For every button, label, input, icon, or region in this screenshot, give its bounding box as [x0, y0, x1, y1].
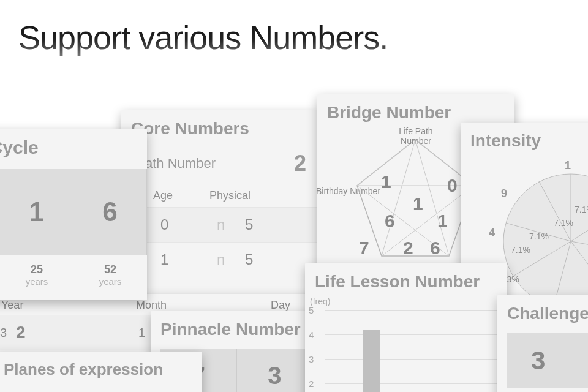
cell-n: n [217, 216, 245, 233]
pinnacle-cell: 3 [236, 349, 313, 392]
col-physical: Physical [209, 189, 251, 202]
cycle-year: 52 years [74, 263, 147, 287]
intensity-pct: 7.1% [554, 218, 573, 228]
bridge-label-left: Birthday Number [316, 186, 380, 196]
intensity-pct: 7.1% [575, 205, 588, 214]
freq-label: (freq) [305, 296, 507, 306]
intensity-pct: 7.1% [529, 232, 549, 241]
cycle-title: d Cycle [0, 129, 147, 163]
bridge-label-top: Life Path Number [394, 126, 437, 146]
challenge-cell: 3 [507, 333, 570, 388]
challenge-cell: 5 [570, 333, 589, 388]
table-row: 0 n 5 [121, 207, 317, 242]
cycle-card: d Cycle 1 6 25 years 52 years [0, 129, 147, 300]
bridge-center-digit: 1 [413, 194, 423, 214]
y-tick: 4 [309, 330, 314, 340]
y-tick: 3 [309, 354, 314, 364]
bridge-digit: 6 [385, 211, 395, 232]
cell-phys: 5 [245, 251, 253, 268]
core-numbers-card: Core Numbers e Path Number 2 Age Physica… [121, 110, 317, 306]
cell-n: n [217, 251, 245, 268]
label-day: Day [271, 299, 290, 312]
bridge-digit: 6 [430, 238, 440, 258]
bridge-digit: 1 [437, 211, 448, 232]
challenge-title: Challenge [497, 295, 588, 328]
bridge-digit: 0 [447, 175, 458, 196]
planes-card: Planes of expression [0, 352, 202, 392]
cycle-cell: 1 [0, 169, 74, 255]
bar-chart: 5 4 3 2 [325, 307, 501, 392]
intensity-pct: 7.1% [511, 245, 530, 255]
life-path-value: 2 [294, 151, 306, 176]
y-tick: 2 [309, 379, 314, 389]
ymd-val-bold: 2 [16, 323, 138, 342]
bar [363, 330, 380, 392]
year-num: 52 [74, 263, 147, 276]
planes-title: Planes of expression [0, 352, 202, 384]
col-age: Age [153, 189, 173, 202]
cycle-year: 25 years [0, 263, 74, 287]
lesson-title: Life Lesson Number [305, 263, 507, 296]
y-tick: 5 [309, 305, 314, 315]
year-label: years [0, 276, 74, 287]
bridge-digit: 2 [403, 238, 413, 258]
page-title: Support various Numbers. [18, 18, 388, 56]
year-num: 25 [0, 263, 74, 276]
cycle-cell: 6 [74, 169, 147, 255]
life-lesson-card: Life Lesson Number (freq) 5 4 3 2 [305, 263, 507, 392]
core-title: Core Numbers [121, 110, 317, 143]
ymd-val-small: 3 [0, 326, 16, 340]
intensity-digit: 1 [565, 159, 571, 172]
label-month: Month [136, 299, 271, 312]
pinnacle-title: Pinnacle Number [151, 311, 322, 344]
cell-phys: 5 [245, 216, 253, 233]
ymd-val: 1 [138, 326, 145, 340]
cell-age: 1 [160, 251, 217, 268]
label-year: Year [1, 299, 136, 312]
bridge-digit: 1 [381, 172, 391, 192]
intensity-digit: 9 [501, 187, 507, 200]
svg-line-6 [382, 186, 473, 256]
year-label: years [74, 276, 147, 287]
challenge-card: Challenge 3 5 [497, 295, 588, 392]
intensity-digit: 4 [489, 227, 495, 239]
cell-age: 0 [160, 216, 217, 233]
bridge-digit: 7 [359, 238, 369, 258]
intensity-title: Intensity [461, 123, 588, 156]
table-row: 1 n 5 [121, 242, 317, 277]
